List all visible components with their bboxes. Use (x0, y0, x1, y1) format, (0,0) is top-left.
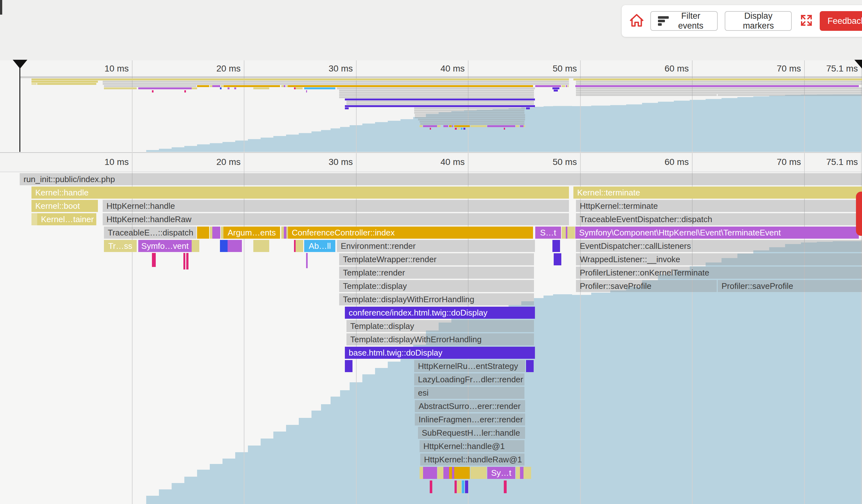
bar-s-t[interactable]: S…t (535, 227, 561, 239)
bar-profilerlistener-onkernelterminate[interactable]: ProfilerListener::onKernelTerminate (576, 267, 862, 279)
minimap-bar-segment (523, 125, 525, 127)
minimap-bar-segment (210, 85, 212, 87)
bar-abstractsurro-erer-render[interactable]: AbstractSurro…erer::render (415, 400, 525, 412)
minimap-bar-s-t (535, 85, 561, 87)
bar-lazyloadingfr-dler-render[interactable]: LazyLoadingFr…dler::render (414, 373, 524, 385)
minimap-left-handle-icon[interactable] (13, 60, 27, 69)
event-marker (430, 480, 432, 493)
event-marker (457, 480, 461, 493)
bar-environment-render[interactable]: Environment::render (337, 240, 535, 252)
minimap-bar-httpkernel-terminate (576, 81, 862, 83)
bar-kernel-tainer[interactable]: Kernel…tainer (37, 213, 96, 225)
bar-ab-ll[interactable]: Ab…ll (304, 240, 335, 252)
event-marker (465, 480, 468, 493)
bar-wrappedlistener-invoke[interactable]: WrappedListener::__invoke (576, 253, 862, 265)
feedback-button[interactable]: Feedback (820, 11, 862, 31)
minimap-bar-run-init-public-index-php (20, 76, 862, 78)
bar-templatewrapper-render[interactable]: TemplateWrapper::render (339, 253, 534, 265)
minimap-bar-segment (345, 107, 349, 109)
bar-httpkernelru-entstrategy[interactable]: HttpKernelRu…entStrategy (414, 360, 525, 372)
event-marker (306, 253, 308, 268)
minimap-bar-template-display (347, 101, 534, 103)
minimap-gridline (132, 61, 132, 152)
bar-sy-t[interactable]: Sy…t (487, 467, 515, 479)
bar-eventdispatcher-calllisteners[interactable]: EventDispatcher::callListeners (576, 240, 862, 252)
bar-kernel-terminate[interactable]: Kernel::terminate (573, 187, 862, 199)
bar-symfo-vent[interactable]: Symfo…vent (138, 240, 192, 252)
minimap-bar-httpkernel-handle-1 (420, 121, 524, 123)
bar-symfony-component-httpkernel-event-terminateevent[interactable]: Symfony\Component\HttpKernel\Event\Termi… (575, 227, 859, 239)
minimap-right-handle-icon[interactable] (854, 60, 862, 69)
bar-traceablee-dispatch[interactable]: TraceableE…::dispatch (104, 227, 196, 239)
bar-httpkernel-terminate[interactable]: HttpKernel::terminate (576, 200, 862, 212)
minimap-gridline (580, 61, 581, 152)
minimap-bar-segment (192, 88, 197, 89)
right-edge-scroll-handle[interactable] (856, 191, 862, 236)
minimap-bar-segment (212, 85, 220, 87)
minimap-bar-base-html-twig-dodisplay (345, 105, 535, 107)
bar-profiler-saveprofile[interactable]: Profiler::saveProfile (576, 280, 717, 292)
minimap-tick-label: 70 ms (750, 64, 801, 74)
bar-httpkernel-handleraw-1[interactable]: HttpKernel::handleRaw@1 (420, 453, 524, 466)
minimap-bar-templatewrapper-render (339, 90, 534, 92)
minimap-bar-esi (414, 112, 524, 114)
minimap-bar-httpkernel-handleraw-1 (420, 123, 524, 125)
minimap-bar-symfo-vent (138, 88, 192, 89)
minimap-bar-template-render (339, 92, 534, 94)
minimap-bar-tr-ss (104, 88, 137, 89)
filter-events-button[interactable]: Filter events (650, 11, 718, 31)
minimap-selection-left-line[interactable] (19, 61, 20, 152)
minimap-bar-httpkernel-handleraw (103, 83, 569, 85)
bar-template-displaywitherrorhandling[interactable]: Template::displayWithErrorHandling (339, 293, 534, 305)
bar-conferencecontroller-index[interactable]: ConferenceController::index (288, 227, 533, 239)
minimap-event-marker (430, 128, 431, 130)
bar-kernel-handle[interactable]: Kernel::handle (31, 187, 569, 199)
bar-tr-ss[interactable]: Tr…ss (104, 240, 137, 252)
bar-subrequesth-ler-handle[interactable]: SubRequestH…ler::handle (418, 427, 525, 439)
bar-argum-ents[interactable]: Argum…ents (223, 227, 280, 239)
minimap-event-marker (463, 128, 465, 130)
minimap-event-marker (152, 90, 154, 92)
minimap-gridline (692, 61, 693, 152)
minimap-bar-profilerlistener-onkernelterminate (576, 92, 862, 94)
bar-template-display[interactable]: Template::display (347, 320, 534, 332)
bar-inlinefragmen-erer-render[interactable]: InlineFragmen…erer::render (415, 413, 525, 425)
bar-profiler-saveprofile[interactable]: Profiler::saveProfile (718, 280, 862, 292)
minimap-tick-label: 30 ms (302, 64, 353, 74)
bar-segment (253, 240, 269, 252)
display-markers-button[interactable]: Display markers (725, 11, 792, 31)
bar-template-display[interactable]: Template::display (339, 280, 534, 292)
bar-traceableeventdispatcher-dispatch[interactable]: TraceableEventDispatcher::dispatch (576, 213, 862, 225)
fullscreen-icon[interactable] (799, 13, 813, 29)
bar-esi[interactable]: esi (414, 387, 524, 399)
minimap-bar-eventdispatcher-calllisteners (576, 88, 862, 89)
minimap-bar-segment (221, 85, 223, 87)
event-marker (152, 253, 156, 267)
bar-httpkernel-handle-1[interactable]: HttpKernel::handle@1 (420, 440, 524, 452)
bar-conference-index-html-twig-dodisplay[interactable]: conference/index.html.twig::doDisplay (345, 307, 535, 319)
bar-segment (470, 467, 487, 479)
minimap-bar-symfony-component-httpkernel-event-terminateevent (575, 85, 859, 87)
minimap-bar-kernel-tainer (37, 83, 96, 85)
minimap-tick-label: 40 ms (414, 64, 465, 74)
ruler-tick-label: 70 ms (750, 157, 801, 167)
minimap-tick-label: 10 ms (78, 64, 129, 74)
bar-template-displaywitherrorhandling[interactable]: Template::displayWithErrorHandling (347, 333, 534, 345)
bar-segment (526, 360, 534, 372)
bar-template-render[interactable]: Template::render (339, 267, 534, 279)
minimap-bar-segment (220, 88, 222, 89)
minimap-tick-label: 20 ms (190, 64, 240, 74)
minimap-bar-kernel-terminate (573, 79, 862, 80)
minimap-bar-segment (449, 125, 452, 127)
bar-run-init-public-index-php[interactable]: run_init::public/index.php (20, 173, 862, 185)
bar-httpkernel-handle[interactable]: HttpKernel::handle (103, 200, 569, 212)
minimap-tick-label: 75.1 ms (807, 64, 858, 74)
bar-base-html-twig-dodisplay[interactable]: base.html.twig::doDisplay (345, 347, 535, 359)
bar-httpkernel-handleraw[interactable]: HttpKernel::handleRaw (103, 213, 569, 225)
home-icon[interactable] (629, 13, 644, 29)
minimap-bar-segment (562, 85, 565, 87)
minimap-tick-label: 50 ms (526, 64, 577, 74)
bar-kernel-boot[interactable]: Kernel::boot (31, 200, 98, 212)
bar-segment (454, 467, 470, 479)
minimap-bar-traceablee-dispatch (104, 85, 196, 87)
